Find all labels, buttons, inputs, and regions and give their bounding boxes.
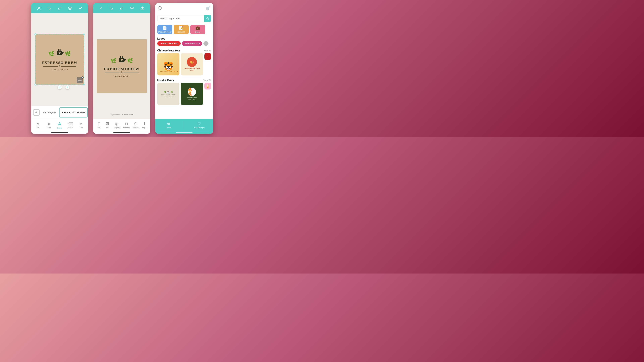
wreath-left-2: 🌿 — [110, 58, 116, 63]
logo-wreath-2: 🌿 🌿 — [110, 56, 133, 66]
brand-since-2: • SINCE 2020 • — [113, 75, 130, 77]
posters-label: Posters/Flyers — [158, 31, 171, 33]
overlay-icon: ⊟ — [125, 122, 128, 126]
business-icon: 💼 — [196, 26, 200, 30]
info-icon[interactable]: ⓘ — [158, 6, 162, 11]
brand-name-text: EXPRESSO BREW — [42, 60, 78, 65]
share-button[interactable] — [139, 5, 146, 11]
logo-card-brew[interactable]: 🌿 ☕ 🌿 EXPRESSO BREW · SINCE 2020 · — [157, 83, 180, 105]
chip-resume[interactable]: 📝 Resume — [174, 25, 189, 34]
import-label: Imp... — [142, 126, 147, 129]
logo-content-2: 🌿 🌿 EXPRESSOBREW — [104, 56, 139, 77]
home-indicator-2 — [93, 131, 150, 134]
nav-text[interactable]: A Text — [34, 121, 42, 129]
logo-card-pizza[interactable]: 🔥🍕 HOTTA PIZZA NEW YORK — [181, 83, 203, 105]
handle-top-right[interactable] — [83, 33, 85, 35]
cny-logo-grid: 🐯 · YEAR OF THE TIGER · ☯ CHINESE NEW YE… — [157, 53, 211, 75]
layers-button[interactable] — [67, 5, 73, 11]
fonts-label: Fonts — [57, 127, 62, 129]
brand-divider — [43, 66, 76, 66]
back-button[interactable] — [98, 5, 104, 11]
food-view-all[interactable]: View All — [204, 79, 211, 81]
create-icon: ⊕ — [167, 122, 170, 126]
add-font-button[interactable]: + — [33, 109, 40, 116]
nav3-create[interactable]: ⊕ Create — [164, 122, 174, 129]
nav2-shapes[interactable]: ⬠ Shapes — [131, 121, 140, 129]
cny-circle: ☯ — [187, 57, 197, 67]
color-icon: ◈ — [47, 122, 50, 126]
heart-icon: ♡ — [198, 122, 201, 126]
redo-button-2[interactable] — [118, 5, 124, 11]
logo-card-red-partial[interactable]: › — [204, 53, 211, 60]
nav3-your-designs[interactable]: ♡ Your Designs — [194, 122, 205, 129]
tag-chips: Chinese New Year Valentines Day — [157, 41, 211, 46]
chip-posters[interactable]: 📄 Posters/Flyers — [157, 25, 172, 34]
add-handle[interactable]: + — [66, 85, 70, 89]
tag-chinese-new-year[interactable]: Chinese New Year — [157, 41, 181, 46]
nav2-overlay[interactable]: ⊟ Overlay — [122, 121, 131, 129]
cny-view-all[interactable]: View All — [204, 49, 211, 52]
undo-button[interactable] — [46, 5, 52, 11]
undo-button-2[interactable] — [108, 5, 114, 11]
brew-wreath-r: 🌿 — [171, 91, 173, 93]
handle-bottom-left[interactable] — [34, 84, 36, 85]
handle-top-left[interactable] — [34, 33, 36, 35]
search-input[interactable] — [157, 15, 204, 22]
nav2-text[interactable]: T Text — [94, 121, 103, 129]
screen3-topbar: ⓘ 🛒 — [155, 3, 213, 13]
cart-icon[interactable]: 🛒 — [206, 6, 210, 10]
watermark-badge[interactable]: ✕ LOGO — [77, 77, 83, 83]
logo-wreath: 🌿 ☕ 🌿 — [48, 49, 71, 59]
shapes-icon: ⬠ — [134, 122, 137, 126]
layers-button-2[interactable] — [129, 5, 135, 11]
logo-card-cny[interactable]: ☯ CHINESE NEW YEAR2022 — [181, 53, 203, 75]
redo-button[interactable] — [56, 5, 62, 11]
screen2-topbar — [93, 3, 150, 13]
home-indicator-1 — [31, 131, 88, 134]
graphics-label: Graphics — [113, 126, 120, 129]
logo-card-tiger[interactable]: 🐯 · YEAR OF THE TIGER · — [157, 53, 180, 75]
wreath-right-icon: 🌿 — [65, 51, 71, 56]
watermark-overlay[interactable]: Tap to remove watermark — [110, 113, 133, 116]
search-button[interactable] — [204, 15, 211, 22]
logo-card-ice[interactable]: 🍦 — [204, 83, 211, 89]
home-bar-2 — [113, 132, 130, 133]
nav2-bg[interactable]: 🖼 BG — [103, 121, 112, 129]
ice-cream-icon: 🍦 — [205, 84, 210, 88]
confirm-button[interactable] — [77, 5, 83, 11]
close-button[interactable] — [36, 5, 42, 11]
bg-icon: 🖼 — [106, 122, 109, 126]
handle-bottom-right[interactable] — [83, 84, 85, 85]
nav2-graphics[interactable]: ◎ Graphics — [112, 121, 122, 129]
screen3-bottom-nav: ⊕ Create ♡ Your Designs — [155, 119, 213, 131]
your-designs-label: Your Designs — [194, 126, 205, 129]
home-indicator-3 — [155, 131, 213, 134]
nav2-import[interactable]: ⬆ Imp... — [140, 121, 149, 129]
text-icon-2: T — [98, 122, 100, 126]
font-item-regular[interactable]: adLT-Regular — [41, 107, 58, 117]
rotate-handle[interactable]: ↺ — [58, 85, 62, 89]
chip-business[interactable]: 💼 Bus... — [190, 25, 205, 34]
nav-fonts[interactable]: A Fonts — [55, 121, 64, 130]
font-item-semibold[interactable]: AGaramondLT-Semibold — [59, 107, 88, 117]
screen-2-preview: 🌿 🌿 EXPRESSOBREW — [93, 3, 150, 134]
nav-eraser[interactable]: ⌫ Eraser — [66, 121, 75, 129]
logos-content: Logos Chinese New Year Valentines Day Ch… — [155, 35, 213, 119]
business-label: Bus... — [195, 31, 200, 33]
red-card-icon: › — [207, 55, 208, 58]
screen2-bottom-nav: T Text 🖼 BG ◎ Graphics ⊟ Overlay ⬠ Shape… — [93, 119, 150, 131]
tag-valentines-day[interactable]: Valentines Day — [182, 41, 202, 46]
brew-cup-small: ☕ — [166, 90, 170, 94]
screen-1-font-editor: 🌿 ☕ 🌿 EX — [31, 3, 88, 134]
nav-color[interactable]: ◈ Color — [44, 121, 53, 129]
posters-icon: 📄 — [162, 26, 167, 30]
text-label-2: Text — [97, 126, 100, 129]
cut-label: Cut — [80, 126, 83, 129]
tag-more[interactable] — [204, 41, 208, 46]
brand-name-2: EXPRESSOBREW — [104, 67, 139, 71]
nav-cut[interactable]: ✂ Cut — [77, 121, 86, 129]
home-bar-3 — [176, 132, 192, 133]
fonts-icon: A — [58, 121, 61, 126]
logo-canvas-selected[interactable]: 🌿 ☕ 🌿 EX — [36, 34, 84, 85]
watermark-close[interactable]: ✕ — [81, 76, 84, 79]
